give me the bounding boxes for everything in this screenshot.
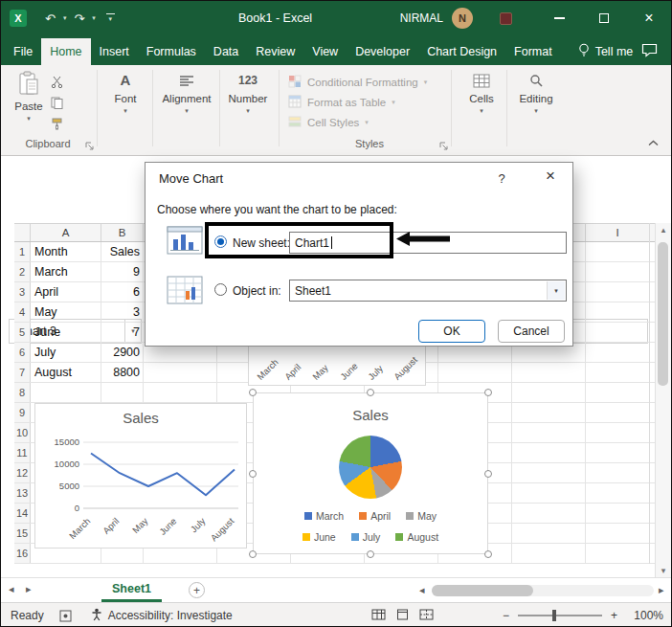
cell-styles-button[interactable]: Cell Styles ▾ — [288, 115, 369, 130]
tab-file[interactable]: File — [5, 38, 41, 65]
object-in-radio[interactable] — [214, 283, 227, 296]
tab-home[interactable]: Home — [41, 38, 90, 65]
legend-item[interactable]: July — [351, 531, 381, 543]
row-header[interactable]: 11 — [14, 443, 31, 462]
tab-insert[interactable]: Insert — [91, 38, 138, 65]
row-header[interactable]: 2 — [14, 262, 31, 281]
hscroll-left-icon[interactable]: ◂ — [419, 584, 425, 596]
tell-me[interactable]: Tell me — [578, 38, 634, 65]
cell[interactable]: July — [31, 343, 101, 362]
row-header[interactable]: 9 — [14, 403, 31, 422]
row-header[interactable]: 6 — [14, 343, 31, 362]
account-name[interactable]: NIRMAL — [400, 11, 443, 25]
close-button[interactable]: × — [635, 1, 663, 35]
dialog-close-button[interactable]: × — [542, 167, 559, 186]
legend-item[interactable]: March — [304, 510, 344, 522]
select-all-corner[interactable] — [14, 224, 31, 241]
cell[interactable]: June — [31, 323, 101, 342]
alignment-group-button[interactable]: Alignment ▾ — [160, 71, 213, 115]
vertical-scrollbar[interactable]: ▴ ▾ — [655, 223, 671, 577]
selection-handle[interactable] — [367, 550, 374, 558]
tab-developer[interactable]: Developer — [347, 38, 418, 65]
cut-icon[interactable] — [51, 76, 63, 90]
column-header-a[interactable]: A — [31, 224, 101, 241]
add-sheet-button[interactable]: + — [189, 582, 205, 598]
legend-item[interactable]: April — [359, 510, 391, 522]
normal-view-icon[interactable] — [371, 609, 386, 623]
legend-item[interactable]: June — [302, 531, 336, 543]
cell[interactable]: 8800 — [101, 363, 144, 382]
sheet-tab-sheet1[interactable]: Sheet1 — [101, 578, 162, 602]
clipboard-dialog-launcher-icon[interactable] — [85, 141, 94, 152]
cell[interactable]: Month — [31, 242, 101, 261]
tab-review[interactable]: Review — [247, 38, 303, 65]
collapse-ribbon-icon[interactable] — [648, 137, 659, 148]
number-group-button[interactable]: 123 Number ▾ — [225, 71, 271, 115]
font-group-button[interactable]: A Font ▾ — [106, 71, 145, 115]
legend-item[interactable]: May — [406, 510, 437, 522]
row-header[interactable]: 4 — [14, 302, 31, 322]
maximize-button[interactable] — [590, 1, 618, 35]
row-header[interactable]: 8 — [14, 383, 31, 402]
minimize-button[interactable] — [545, 1, 573, 35]
paste-button[interactable]: Paste ▾ — [11, 71, 47, 123]
redo-icon[interactable]: ↷ — [71, 11, 87, 26]
accessibility-status[interactable]: Accessibility: Investigate — [91, 608, 233, 624]
tab-format[interactable]: Format — [505, 38, 561, 65]
scroll-up-icon[interactable]: ▴ — [656, 225, 671, 235]
redo-caret-icon[interactable]: ▾ — [90, 14, 98, 22]
selection-handle[interactable] — [249, 470, 257, 478]
undo-caret-icon[interactable]: ▾ — [61, 14, 69, 22]
row-header[interactable]: 12 — [14, 463, 31, 482]
account-avatar[interactable]: N — [452, 8, 473, 29]
row-header[interactable]: 13 — [14, 483, 31, 503]
row-header[interactable]: 7 — [14, 363, 31, 382]
column-header-i[interactable]: I — [586, 224, 649, 241]
column-header-b[interactable]: B — [101, 224, 144, 241]
object-in-label[interactable]: Object in: — [233, 284, 281, 298]
cell[interactable]: May — [31, 302, 101, 322]
zoom-slider[interactable] — [518, 615, 602, 616]
object-in-dropdown[interactable]: Sheet1 ▾ — [289, 280, 567, 302]
cells-group-button[interactable]: Cells ▾ — [460, 71, 503, 115]
cell[interactable]: 2900 — [101, 343, 144, 362]
chart-title[interactable]: Sales — [254, 407, 487, 423]
cell[interactable]: 6 — [101, 282, 144, 302]
selection-handle[interactable] — [484, 550, 492, 558]
row-header[interactable]: 5 — [14, 323, 31, 342]
undo-icon[interactable]: ↶ — [42, 11, 58, 26]
selection-handle[interactable] — [367, 389, 374, 396]
sheet-nav-right-icon[interactable]: ▸ — [26, 583, 32, 595]
copy-icon[interactable] — [51, 97, 63, 111]
cell[interactable]: Sales — [101, 242, 144, 261]
dropdown-caret-icon[interactable]: ▾ — [547, 281, 565, 300]
vertical-scrollbar-thumb[interactable] — [658, 242, 668, 386]
line-series[interactable] — [91, 454, 235, 496]
chart-title[interactable]: Sales — [35, 410, 246, 426]
styles-dialog-launcher-icon[interactable] — [439, 141, 448, 152]
cell[interactable]: 7 — [101, 323, 144, 342]
pie-chart[interactable]: Sales March April May June July August — [253, 392, 488, 554]
selection-handle[interactable] — [249, 389, 257, 396]
tab-data[interactable]: Data — [205, 38, 247, 65]
cell[interactable] — [31, 383, 101, 402]
row-header[interactable]: 14 — [14, 504, 31, 523]
sheet-nav-left-icon[interactable]: ◂ — [9, 583, 14, 595]
comments-button[interactable] — [641, 38, 658, 65]
page-break-view-icon[interactable] — [419, 609, 434, 623]
cell[interactable]: March — [31, 262, 101, 281]
format-painter-icon[interactable] — [51, 118, 63, 132]
selection-handle[interactable] — [484, 389, 492, 396]
tab-view[interactable]: View — [303, 38, 347, 65]
line-chart[interactable]: Sales 15000 10000 5000 0 March April May… — [34, 403, 247, 549]
cell[interactable]: August — [31, 363, 101, 382]
hscroll-right-icon[interactable]: ▸ — [659, 584, 664, 596]
horizontal-scrollbar[interactable] — [432, 585, 654, 596]
ok-button[interactable]: OK — [418, 320, 485, 343]
selection-handle[interactable] — [249, 550, 257, 558]
editing-group-button[interactable]: Editing ▾ — [514, 71, 558, 115]
cell[interactable]: 9 — [101, 262, 144, 281]
conditional-formatting-button[interactable]: Conditional Formatting ▾ — [288, 75, 427, 90]
ribbon-display-options-icon[interactable] — [500, 12, 512, 25]
row-header[interactable]: 16 — [14, 544, 31, 563]
